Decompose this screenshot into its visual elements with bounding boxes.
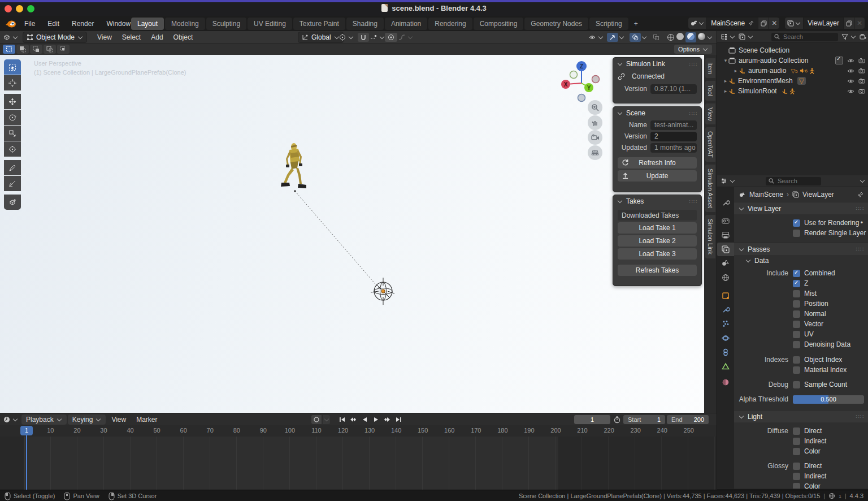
workspace-tab-uv-editing[interactable]: UV Editing [248, 18, 292, 30]
select-mode-subtract-button[interactable] [30, 45, 42, 54]
properties-editor-type-dropdown[interactable] [721, 178, 735, 184]
select-mode-extend-button[interactable] [16, 45, 29, 54]
outliner-filter-dropdown[interactable] [841, 33, 856, 40]
updated-value-field[interactable]: 1 months ago [650, 143, 697, 153]
jump-to-start-button[interactable] [337, 415, 347, 424]
refresh-takes-button[interactable]: Refresh Takes [618, 265, 697, 276]
timeline-track-area[interactable] [0, 437, 717, 490]
pass-row-mist[interactable]: Mist [734, 288, 868, 299]
auto-keying-toggle[interactable] [311, 415, 322, 424]
render-single-layer-checkbox[interactable] [793, 230, 800, 237]
viewlayer-name-field[interactable]: ViewLayer [804, 18, 843, 29]
jump-to-end-button[interactable] [393, 415, 403, 424]
frame-start-field[interactable]: Start1 [623, 415, 665, 424]
use-preview-range-toggle[interactable] [612, 415, 622, 424]
sidebar-tab-simulon-asset[interactable]: Simulon Asset [705, 165, 715, 212]
snap-target-dropdown[interactable] [370, 34, 385, 41]
timeline-editor-type-dropdown[interactable] [3, 416, 18, 423]
takes-panel-header[interactable]: Takes∷∷ [613, 195, 701, 208]
workspace-tab-compositing[interactable]: Compositing [474, 18, 524, 30]
expand-caret-icon[interactable]: ▸ [723, 88, 728, 94]
normal-checkbox[interactable] [793, 310, 800, 318]
play-button[interactable] [371, 415, 381, 424]
blender-logo-icon[interactable] [5, 19, 16, 28]
pass-row-uv[interactable]: UV [734, 329, 868, 339]
workspace-tab-geometry-nodes[interactable]: Geometry Nodes [524, 18, 588, 30]
viewport-menu-add[interactable]: Add [146, 32, 167, 42]
shading-wireframe-button[interactable] [667, 33, 675, 41]
options-dropdown[interactable]: Options [674, 45, 712, 54]
mesh-data-badge[interactable]: ▽ [797, 77, 806, 85]
render-single-layer-row[interactable]: Render Single Layer [734, 228, 868, 238]
playhead[interactable] [26, 435, 27, 490]
menu-render[interactable]: Render [67, 18, 99, 29]
timeline-menu-view[interactable]: View [107, 414, 131, 425]
z-checkbox[interactable] [793, 280, 800, 287]
outliner-display-mode-dropdown[interactable] [739, 33, 753, 40]
load-take-3-button[interactable]: Load Take 3 [618, 248, 697, 260]
refresh-info-button[interactable]: Refresh Info [618, 157, 697, 169]
combined-checkbox[interactable] [793, 270, 800, 277]
xray-toggle[interactable] [653, 34, 659, 41]
new-viewlayer-button[interactable] [844, 18, 854, 29]
scene-panel-header[interactable]: Scene∷∷ [613, 107, 701, 119]
hide-eye-icon[interactable] [847, 58, 854, 63]
outliner-row-simulonroot[interactable]: ▸ SimulonRoot [717, 86, 868, 96]
properties-tab-render[interactable] [717, 214, 734, 228]
outliner-row-aurum-audio[interactable]: ▸ aurum-audio ▽5 6 [717, 66, 868, 76]
pass-row-normal[interactable]: Normal [734, 309, 868, 319]
breadcrumb-viewlayer[interactable]: ViewLayer [802, 191, 834, 198]
data-subpanel-header[interactable]: Data [734, 255, 868, 266]
properties-tab-world[interactable] [717, 271, 734, 284]
vector-checkbox[interactable] [793, 321, 800, 328]
transform-orientation-dropdown[interactable]: Global [298, 32, 344, 43]
workspace-tab-layout[interactable]: Layout [131, 18, 164, 30]
properties-tab-constraints[interactable] [717, 345, 734, 359]
toggle-perspective-button[interactable] [588, 145, 602, 160]
light-row-diffuse-direct[interactable]: DiffuseDirect [734, 426, 868, 436]
expand-caret-icon[interactable]: ▸ [733, 68, 739, 74]
diffuse-indirect-checkbox[interactable] [793, 438, 800, 445]
pass-row-position[interactable]: Position [734, 299, 868, 309]
glossy-direct-checkbox[interactable] [793, 463, 800, 470]
play-reverse-button[interactable] [359, 415, 370, 424]
diffuse-color-checkbox[interactable] [793, 448, 800, 455]
decorator-dot[interactable]: • [861, 219, 863, 227]
viewport-menu-view[interactable]: View [93, 32, 116, 42]
workspace-tab-shading[interactable]: Shading [346, 18, 384, 30]
menu-window[interactable]: Window [101, 18, 136, 29]
expand-caret-icon[interactable]: ▸ [723, 78, 728, 84]
editor-type-dropdown[interactable] [3, 34, 18, 41]
new-collection-button[interactable] [860, 33, 866, 40]
shading-rendered-button[interactable] [698, 33, 705, 42]
collection-checkbox[interactable]: ✓ [835, 57, 843, 64]
properties-tab-object-data[interactable] [717, 360, 734, 373]
disable-render-camera-icon[interactable] [858, 58, 865, 63]
version-value-field[interactable]: 0.87.10 (1... [650, 84, 697, 94]
proportional-editing-toggle[interactable] [385, 33, 397, 42]
pass-row-combined[interactable]: IncludeCombined [734, 268, 868, 278]
workspace-tab-texture-paint[interactable]: Texture Paint [293, 18, 345, 30]
outliner-search[interactable] [771, 33, 838, 41]
collapse-caret-icon[interactable]: ▾ [723, 58, 728, 63]
workspace-tab-modeling[interactable]: Modeling [165, 18, 205, 30]
select-mode-invert-button[interactable] [44, 45, 56, 54]
viewport-menu-select[interactable]: Select [118, 32, 145, 42]
properties-search[interactable] [766, 177, 821, 185]
current-frame-field[interactable]: 1 [574, 415, 610, 424]
light-row-glossy-indirect[interactable]: Indirect [734, 471, 868, 481]
passes-panel-header[interactable]: Passes∷∷ [734, 243, 868, 255]
viewlayer-browse-button[interactable] [785, 18, 803, 29]
frame-end-field[interactable]: End200 [667, 415, 709, 424]
hide-eye-icon[interactable] [847, 89, 854, 94]
mode-dropdown[interactable]: Object Mode [23, 32, 87, 43]
sidebar-tab-simulon-link[interactable]: Simulon Link [705, 215, 715, 258]
properties-tab-modifiers[interactable] [717, 303, 734, 317]
properties-tab-physics[interactable] [717, 331, 734, 345]
viewport-menu-object[interactable]: Object [169, 32, 198, 42]
properties-tab-tool[interactable] [717, 196, 734, 210]
workspace-tab-rendering[interactable]: Rendering [428, 18, 472, 30]
outliner-row-aurum-audio-collection[interactable]: ▾ aurum-audio Collection ✓ [717, 55, 868, 66]
object-index-checkbox[interactable] [793, 356, 800, 364]
menu-edit[interactable]: Edit [42, 18, 64, 29]
